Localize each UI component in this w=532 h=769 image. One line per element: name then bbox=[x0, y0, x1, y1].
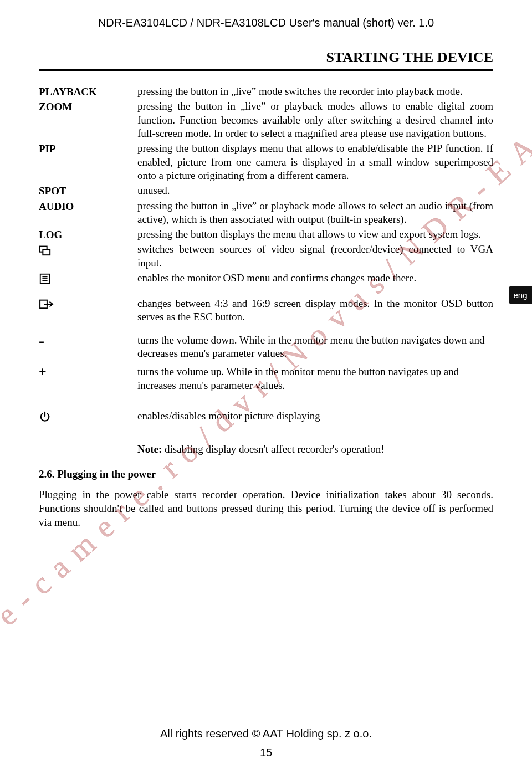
body-aspect: changes between 4:3 and 16:9 screen disp… bbox=[137, 297, 493, 324]
label-spot: SPOT bbox=[39, 184, 137, 197]
label-pip: PIP bbox=[39, 142, 137, 155]
row-log: LOG pressing the button displays the men… bbox=[39, 228, 493, 241]
body-volume-down: turns the volume down. While in the moni… bbox=[137, 334, 493, 361]
row-switch-source: switches between sources of video signal… bbox=[39, 243, 493, 270]
section-title: STARTING THE DEVICE bbox=[39, 49, 493, 66]
label-log: LOG bbox=[39, 228, 137, 241]
row-pip: PIP pressing the button displays menu th… bbox=[39, 142, 493, 182]
paragraph-plugging-power: Plugging in the power cable starts recor… bbox=[39, 488, 493, 529]
body-spot: unused. bbox=[137, 184, 493, 197]
body-log: pressing the button displays the menu th… bbox=[137, 228, 493, 241]
note-text: disabling display doesn't affect recorde… bbox=[162, 443, 384, 455]
svg-rect-1 bbox=[43, 250, 50, 255]
body-note: Note: disabling display doesn't affect r… bbox=[137, 443, 493, 456]
osd-menu-icon bbox=[39, 271, 137, 288]
page-number: 15 bbox=[0, 746, 532, 759]
note-bold: Note: bbox=[137, 443, 162, 455]
footer-copyright: All rights reserved © AAT Holding sp. z … bbox=[114, 727, 418, 740]
label-note-empty bbox=[39, 443, 137, 444]
row-spot: SPOT unused. bbox=[39, 184, 493, 197]
footer-bar-right bbox=[427, 734, 493, 735]
body-osd-menu: enables the monitor OSD menu and confirm… bbox=[137, 271, 493, 285]
row-audio: AUDIO pressing the button in „live” or p… bbox=[39, 199, 493, 227]
body-zoom: pressing the button in „live” or playbac… bbox=[137, 100, 493, 140]
minus-icon: - bbox=[39, 334, 137, 346]
row-osd-menu: enables the monitor OSD menu and confirm… bbox=[39, 271, 493, 288]
row-power: enables/disables monitor picture display… bbox=[39, 409, 493, 425]
aspect-exit-icon bbox=[39, 297, 137, 313]
running-head: NDR-EA3104LCD / NDR-EA3108LCD User's man… bbox=[39, 17, 493, 29]
body-volume-up: turns the volume up. While in the monito… bbox=[137, 365, 493, 392]
row-aspect: changes between 4:3 and 16:9 screen disp… bbox=[39, 297, 493, 324]
body-power: enables/disables monitor picture display… bbox=[137, 409, 493, 423]
label-playback: PLAYBACK bbox=[39, 85, 137, 98]
plus-icon: + bbox=[39, 365, 137, 377]
label-zoom: ZOOM bbox=[39, 100, 137, 113]
switch-source-icon bbox=[39, 243, 137, 259]
body-audio: pressing the button in „live” or playbac… bbox=[137, 199, 493, 227]
row-volume-up: + turns the volume up. While in the moni… bbox=[39, 365, 493, 392]
label-audio: AUDIO bbox=[39, 199, 137, 213]
body-switch-source: switches between sources of video signal… bbox=[137, 243, 493, 270]
row-note: Note: disabling display doesn't affect r… bbox=[39, 443, 493, 456]
language-tab: eng bbox=[509, 286, 532, 304]
power-icon bbox=[39, 409, 137, 425]
footer: All rights reserved © AAT Holding sp. z … bbox=[39, 727, 493, 740]
row-playback: PLAYBACK pressing the button in „live” m… bbox=[39, 85, 493, 98]
footer-bar-left bbox=[39, 734, 105, 735]
body-pip: pressing the button displays menu that a… bbox=[137, 142, 493, 182]
body-playback: pressing the button in „live” mode switc… bbox=[137, 85, 493, 98]
row-zoom: ZOOM pressing the button in „live” or pl… bbox=[39, 100, 493, 140]
subheading-plugging-power: 2.6. Plugging in the power bbox=[39, 468, 493, 480]
section-rule bbox=[39, 69, 493, 71]
row-volume-down: - turns the volume down. While in the mo… bbox=[39, 334, 493, 361]
